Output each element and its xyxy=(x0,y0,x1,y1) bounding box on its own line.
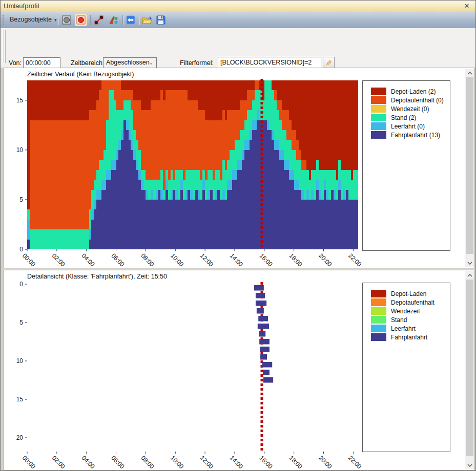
legend-swatch xyxy=(371,88,386,95)
stack-segment xyxy=(193,100,195,170)
zeitbereich-select[interactable]: Abgeschlossen ⌄ xyxy=(103,57,157,68)
stack-segment xyxy=(331,190,334,249)
toolbar-grip[interactable] xyxy=(3,15,4,25)
scroll-down-icon[interactable] xyxy=(465,259,474,267)
stack-segment xyxy=(183,180,185,200)
stack-segment xyxy=(264,80,267,120)
trip-bar[interactable] xyxy=(262,362,272,368)
stack-segment xyxy=(274,140,277,149)
stack-segment xyxy=(151,80,153,100)
stack-segment xyxy=(133,160,136,249)
trip-bar[interactable] xyxy=(256,301,266,306)
stack-segment xyxy=(230,110,232,150)
stack-segment xyxy=(163,190,165,200)
fit-width-button[interactable] xyxy=(125,14,137,26)
stack-segment xyxy=(158,100,161,180)
stack-segment xyxy=(316,80,319,160)
stack-segment xyxy=(299,80,301,150)
trip-bar[interactable] xyxy=(258,316,268,322)
stack-segment xyxy=(294,80,297,130)
stack-segment xyxy=(346,170,348,190)
stack-segment xyxy=(101,80,104,160)
stack-segment xyxy=(242,130,244,150)
stack-segment xyxy=(96,190,99,200)
stack-segment xyxy=(198,110,200,169)
scroll-up-icon[interactable] xyxy=(465,69,474,77)
stack-segment xyxy=(185,80,188,90)
form-grip[interactable] xyxy=(2,30,6,63)
stack-segment xyxy=(104,150,106,180)
stack-segment xyxy=(210,80,213,120)
stack-segment xyxy=(230,80,232,110)
scroll-down-icon[interactable] xyxy=(465,461,474,469)
stack-segment xyxy=(202,110,205,169)
stack-segment xyxy=(272,140,274,249)
filterformel-input[interactable] xyxy=(218,57,321,68)
stack-segment xyxy=(306,80,309,170)
legend-item: Wendezeit xyxy=(371,307,450,315)
verlauf-scrollbar[interactable] xyxy=(465,69,474,267)
von-input[interactable] xyxy=(23,57,60,68)
trip-bar[interactable] xyxy=(257,308,264,314)
trip-bar[interactable] xyxy=(263,370,270,375)
trip-bar[interactable] xyxy=(259,339,270,345)
detail-scrollbar[interactable] xyxy=(465,271,474,469)
stack-segment xyxy=(240,100,242,130)
stack-segment xyxy=(222,110,225,160)
stack-segment xyxy=(277,80,279,100)
stack-segment xyxy=(294,150,297,180)
bezugsobjekte-dropdown[interactable]: Bezugsobjekte▾ xyxy=(7,14,60,25)
legend-label: Depot-Laden (2) xyxy=(391,88,436,95)
stack-segment xyxy=(242,80,244,100)
stack-segment xyxy=(301,200,304,249)
record-outline-button[interactable] xyxy=(60,14,73,26)
stack-segment xyxy=(220,180,222,200)
stack-segment xyxy=(171,190,173,200)
stack-segment xyxy=(129,140,131,249)
trip-bar[interactable] xyxy=(256,293,265,298)
stack-segment xyxy=(252,90,255,100)
stack-segment xyxy=(47,120,50,230)
close-icon[interactable]: ✕ xyxy=(462,2,471,11)
stack-segment xyxy=(57,80,59,120)
plot-area[interactable] xyxy=(27,283,358,452)
stack-segment xyxy=(143,170,146,190)
trip-bar[interactable] xyxy=(260,354,267,360)
stack-segment xyxy=(45,80,47,120)
save-button[interactable] xyxy=(155,14,167,26)
stack-segment xyxy=(180,190,183,249)
stack-segment xyxy=(356,200,358,249)
edit-formula-button[interactable]: ✎ xyxy=(323,57,335,69)
scrollbar-thumb[interactable] xyxy=(466,280,473,456)
measure-line-button[interactable] xyxy=(93,14,105,26)
stack-segment xyxy=(277,100,279,110)
trip-bar[interactable] xyxy=(258,324,269,329)
stack-segment xyxy=(255,120,257,130)
chevron-down-icon: ▾ xyxy=(54,17,57,23)
open-file-button[interactable] xyxy=(141,14,153,26)
stack-segment xyxy=(252,120,255,130)
measure-line-icon xyxy=(94,15,104,25)
stack-segment xyxy=(76,80,79,120)
trip-bar[interactable] xyxy=(254,285,264,291)
record-active-button[interactable] xyxy=(75,14,87,26)
stack-segment xyxy=(49,80,52,120)
brush-button[interactable] xyxy=(107,14,119,26)
scroll-up-icon[interactable] xyxy=(465,271,474,280)
detail-title: Detailansicht (Klasse: 'Fahrplanfahrt'),… xyxy=(27,273,167,280)
trip-bar[interactable] xyxy=(259,331,265,337)
stack-segment xyxy=(227,110,230,160)
stack-segment xyxy=(178,90,180,169)
stack-segment xyxy=(45,120,47,230)
stack-segment xyxy=(133,130,136,150)
trip-bar[interactable] xyxy=(260,347,270,352)
trip-bar[interactable] xyxy=(263,377,273,383)
stack-segment xyxy=(336,200,339,249)
stack-segment xyxy=(30,80,32,120)
stack-segment xyxy=(277,140,279,149)
stack-segment xyxy=(74,229,77,249)
stack-segment xyxy=(319,80,321,170)
stack-segment xyxy=(351,80,354,180)
scrollbar-thumb[interactable] xyxy=(466,77,473,254)
stack-segment xyxy=(299,190,301,249)
